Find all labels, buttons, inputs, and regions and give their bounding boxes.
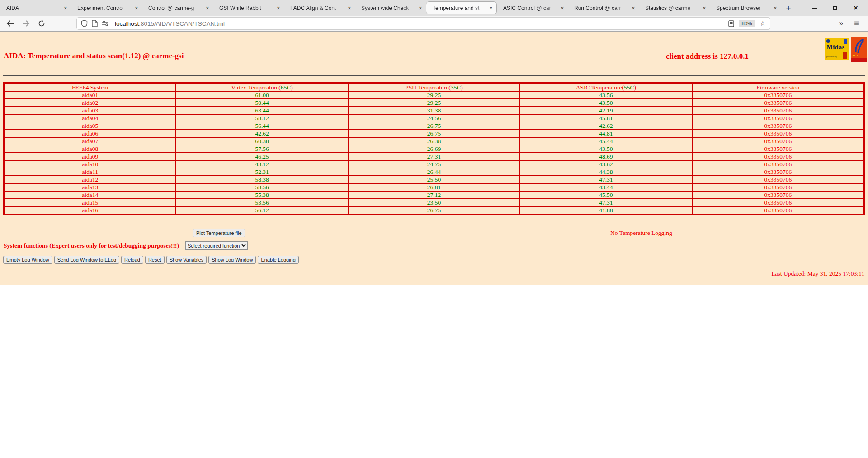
cell-name: aida04 xyxy=(4,114,176,122)
permissions-icon[interactable] xyxy=(102,21,109,26)
tab-close-icon[interactable]: × xyxy=(64,5,67,11)
page-title: AIDA: Temperature and status scan(1.12) … xyxy=(4,51,184,61)
midas-logo-subtext: powered by xyxy=(826,56,837,58)
browser-tab-3[interactable]: Control @ carme-g× xyxy=(142,0,213,16)
overflow-chevrons-icon[interactable]: » xyxy=(839,19,843,28)
table-row: aida0946.2527.3148.690x3350706 xyxy=(4,153,864,160)
cell-fw: 0x3350706 xyxy=(692,176,864,183)
tab-close-icon[interactable]: × xyxy=(206,5,209,11)
cell-asic: 48.69 xyxy=(520,153,692,160)
cell-psu: 26.75 xyxy=(348,130,520,137)
tab-close-icon[interactable]: × xyxy=(348,5,351,11)
table-row: aida0161.0029.2543.560x3350706 xyxy=(4,91,864,99)
send-log-window-to-elog-button[interactable]: Send Log Window to ELog xyxy=(54,256,119,264)
bookmark-star-icon[interactable]: ☆ xyxy=(760,19,766,28)
tab-title: FADC Align & Cont xyxy=(290,5,346,11)
table-row: aida0363.4431.3842.190x3350706 xyxy=(4,107,864,114)
empty-log-window-button[interactable]: Empty Log Window xyxy=(3,256,52,264)
column-header: Virtex Temperature(65C) xyxy=(176,84,348,91)
cell-asic: 43.56 xyxy=(520,91,692,99)
maximize-icon[interactable] xyxy=(830,3,840,13)
tab-close-icon[interactable]: × xyxy=(489,5,493,11)
tab-close-icon[interactable]: × xyxy=(703,5,706,11)
tab-title: Temperature and st xyxy=(433,5,487,11)
enable-logging-button[interactable]: Enable Logging xyxy=(258,256,298,264)
minimize-icon[interactable] xyxy=(809,3,819,13)
browser-tab-1[interactable]: AIDA× xyxy=(0,0,71,16)
tab-close-icon[interactable]: × xyxy=(561,5,564,11)
browser-tab-2[interactable]: Experiment Control× xyxy=(71,0,142,16)
tab-close-icon[interactable]: × xyxy=(419,5,422,11)
cell-fw: 0x3350706 xyxy=(692,114,864,122)
zoom-level-badge[interactable]: 80% xyxy=(739,20,755,27)
cell-name: aida08 xyxy=(4,145,176,153)
reload-button[interactable]: Reload xyxy=(121,256,143,264)
shield-icon[interactable] xyxy=(81,20,88,27)
back-icon[interactable] xyxy=(5,19,14,28)
browser-tab-11[interactable]: Spectrum Browser× xyxy=(710,0,781,16)
cell-name: aida06 xyxy=(4,130,176,137)
cell-asic: 43.50 xyxy=(520,145,692,153)
cell-asic: 41.88 xyxy=(520,206,692,214)
cell-name: aida05 xyxy=(4,122,176,130)
tab-title: Spectrum Browser xyxy=(716,5,772,11)
browser-tab-6[interactable]: System wide Check× xyxy=(355,0,426,16)
reset-button[interactable]: Reset xyxy=(145,256,165,264)
close-window-icon[interactable]: × xyxy=(851,3,861,13)
table-header-row: FEE64 SystemVirtex Temperature(65C)PSU T… xyxy=(4,84,864,91)
cell-fw: 0x3350706 xyxy=(692,99,864,107)
cell-fw: 0x3350706 xyxy=(692,160,864,168)
new-tab-button[interactable]: + xyxy=(781,3,796,13)
cell-name: aida07 xyxy=(4,137,176,145)
temperature-scan-table: FEE64 SystemVirtex Temperature(65C)PSU T… xyxy=(3,82,865,215)
url-text[interactable]: localhost:8015/AIDA/TSCAN/TSCAN.tml xyxy=(115,20,225,27)
cell-fw: 0x3350706 xyxy=(692,183,864,191)
table-row: aida0458.1224.5645.810x3350706 xyxy=(4,114,864,122)
function-select[interactable]: Select required function xyxy=(185,241,248,250)
log-button-row: Empty Log WindowSend Log Window to ELogR… xyxy=(3,256,299,264)
cell-psu: 24.56 xyxy=(348,114,520,122)
cell-psu: 27.12 xyxy=(348,191,520,199)
plot-temperature-file-button[interactable]: Plot Temperature file xyxy=(193,229,245,237)
cell-asic: 43.50 xyxy=(520,99,692,107)
cell-asic: 43.62 xyxy=(520,160,692,168)
cell-psu: 23.50 xyxy=(348,199,520,206)
show-log-window-button[interactable]: Show Log Window xyxy=(208,256,256,264)
cell-psu: 26.81 xyxy=(348,183,520,191)
browser-tab-8[interactable]: ASIC Control @ car× xyxy=(497,0,568,16)
cell-name: aida09 xyxy=(4,153,176,160)
forward-icon[interactable] xyxy=(21,19,30,28)
browser-tab-7[interactable]: Temperature and st× xyxy=(426,1,497,14)
cell-fw: 0x3350706 xyxy=(692,199,864,206)
midas-logo-text: Midas xyxy=(826,43,844,51)
tab-close-icon[interactable]: × xyxy=(774,5,777,11)
cell-virtex: 57.56 xyxy=(176,145,348,153)
cell-virtex: 53.56 xyxy=(176,199,348,206)
browser-tab-9[interactable]: Run Control @ carr× xyxy=(568,0,639,16)
table-row: aida1455.3827.1245.500x3350706 xyxy=(4,191,864,199)
cell-psu: 24.75 xyxy=(348,160,520,168)
reload-icon[interactable] xyxy=(37,19,46,28)
cell-virtex: 43.12 xyxy=(176,160,348,168)
tab-close-icon[interactable]: × xyxy=(135,5,138,11)
cell-asic: 45.81 xyxy=(520,114,692,122)
url-bar[interactable]: localhost:8015/AIDA/TSCAN/TSCAN.tml 80% … xyxy=(76,17,770,30)
tab-close-icon[interactable]: × xyxy=(632,5,635,11)
browser-tab-10[interactable]: Statistics @ carme× xyxy=(639,0,710,16)
no-temperature-logging-status: No Temperature Logging xyxy=(610,229,672,237)
browser-tab-4[interactable]: GSI White Rabbit T× xyxy=(213,0,284,16)
reader-mode-icon[interactable] xyxy=(728,20,734,27)
cell-virtex: 52.31 xyxy=(176,168,348,176)
browser-tab-5[interactable]: FADC Align & Cont× xyxy=(284,0,355,16)
url-host: localhost xyxy=(115,20,139,27)
cell-psu: 29.25 xyxy=(348,99,520,107)
show-variables-button[interactable]: Show Variables xyxy=(166,256,207,264)
menu-hamburger-icon[interactable]: ≡ xyxy=(854,19,859,28)
tab-close-icon[interactable]: × xyxy=(277,5,280,11)
tab-title: System wide Check xyxy=(361,5,417,11)
page-info-icon[interactable] xyxy=(92,20,98,27)
column-header: Firmware version xyxy=(692,84,864,91)
window-controls: × xyxy=(809,3,868,13)
tab-title: ASIC Control @ car xyxy=(503,5,559,11)
cell-name: aida12 xyxy=(4,176,176,183)
